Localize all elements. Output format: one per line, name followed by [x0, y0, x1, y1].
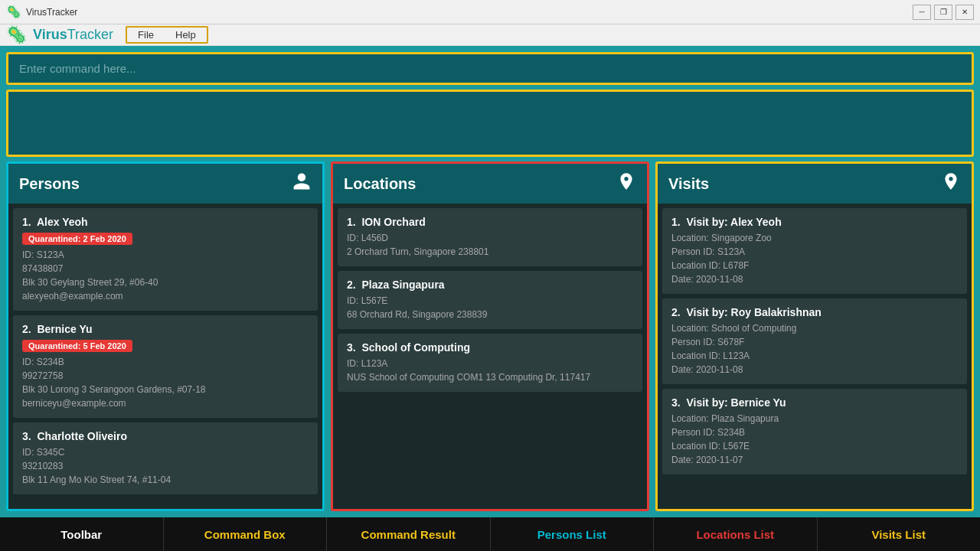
location-1-name: 1. ION Orchard — [347, 216, 633, 228]
title-bar: 🦠 VirusTracker ─ ❐ ✕ — [0, 0, 980, 24]
title-bar-label: VirusTracker — [26, 7, 77, 18]
status-visits-list: Visits List — [818, 517, 981, 551]
title-bar-controls: ─ ❐ ✕ — [913, 5, 974, 20]
status-toolbar: Toolbar — [0, 517, 164, 551]
columns-section: Persons 1. Alex Yeoh Quarantined: 2 Feb … — [6, 161, 974, 511]
command-result-wrapper — [6, 90, 974, 157]
app-logo: 🦠 VirusTracker — [6, 25, 113, 45]
locations-icon — [616, 171, 636, 196]
visit-2-detail: Location: School of Computing Person ID:… — [671, 321, 958, 377]
command-input[interactable] — [8, 54, 972, 83]
person-2-detail: ID: S234B 99272758 Blk 30 Lorong 3 Seran… — [22, 355, 309, 410]
menu-buttons: File Help — [126, 26, 208, 44]
person-3-name: 3. Charlotte Oliveiro — [22, 430, 309, 442]
file-menu[interactable]: File — [127, 28, 165, 42]
visit-3-label: 3. Visit by: Bernice Yu — [671, 396, 958, 409]
persons-list: 1. Alex Yeoh Quarantined: 2 Feb 2020 ID:… — [8, 204, 322, 509]
location-card-2: 2. Plaza Singapura ID: L567E 68 Orchard … — [338, 271, 642, 329]
visit-1-label: 1. Visit by: Alex Yeoh — [671, 216, 958, 228]
title-bar-left: 🦠 VirusTracker — [6, 5, 77, 19]
locations-panel: Locations 1. ION Orchard ID: L456D 2 Orc… — [331, 161, 649, 511]
visits-header: Visits — [658, 164, 972, 204]
persons-title: Persons — [19, 175, 80, 193]
status-command-box: Command Box — [164, 517, 328, 551]
location-1-detail: ID: L456D 2 Orchard Turn, Singapore 2388… — [347, 231, 633, 259]
visits-icon — [941, 171, 961, 196]
app-icon: 🦠 — [6, 5, 21, 19]
visit-1-detail: Location: Singapore Zoo Person ID: S123A… — [671, 231, 958, 286]
visit-card-3: 3. Visit by: Bernice Yu Location: Plaza … — [662, 389, 967, 474]
visit-card-2: 2. Visit by: Roy Balakrishnan Location: … — [662, 298, 967, 384]
person-1-detail: ID: S123A 87438807 Blk 30 Geylang Street… — [22, 248, 309, 303]
person-2-name: 2. Bernice Yu — [22, 323, 309, 335]
visit-3-detail: Location: Plaza Singapura Person ID: S23… — [671, 412, 958, 467]
locations-title: Locations — [344, 175, 416, 193]
command-result-box — [8, 92, 972, 155]
locations-list: 1. ION Orchard ID: L456D 2 Orchard Turn,… — [333, 204, 647, 509]
persons-icon — [292, 171, 312, 196]
menu-bar: 🦠 VirusTracker File Help — [0, 24, 980, 46]
command-box-wrapper — [6, 52, 974, 85]
app-title: VirusTracker — [33, 27, 113, 43]
app-logo-icon: 🦠 — [6, 25, 27, 45]
location-2-detail: ID: L567E 68 Orchard Rd, Singapore 23883… — [347, 294, 633, 321]
status-bar: Toolbar Command Box Command Result Perso… — [0, 517, 980, 551]
help-menu[interactable]: Help — [165, 28, 207, 42]
app-title-virus: Virus — [33, 27, 67, 42]
location-card-3: 3. School of Computing ID: L123A NUS Sch… — [338, 334, 642, 392]
person-card-2: 2. Bernice Yu Quarantined: 5 Feb 2020 ID… — [13, 315, 318, 418]
visit-card-1: 1. Visit by: Alex Yeoh Location: Singapo… — [662, 208, 967, 294]
person-card-3: 3. Charlotte Oliveiro ID: S345C 93210283… — [13, 422, 318, 494]
person-3-detail: ID: S345C 93210283 Blk 11 Ang Mo Kio Str… — [22, 445, 309, 487]
visits-list: 1. Visit by: Alex Yeoh Location: Singapo… — [658, 204, 972, 509]
person-2-quarantine: Quarantined: 5 Feb 2020 — [22, 340, 132, 352]
status-locations-list: Locations List — [654, 517, 818, 551]
app-title-tracker: Tracker — [67, 27, 113, 42]
location-2-name: 2. Plaza Singapura — [347, 279, 633, 291]
visit-2-label: 2. Visit by: Roy Balakrishnan — [671, 306, 958, 318]
persons-panel: Persons 1. Alex Yeoh Quarantined: 2 Feb … — [6, 161, 325, 511]
visits-panel: Visits 1. Visit by: Alex Yeoh Location: … — [655, 161, 974, 511]
restore-button[interactable]: ❐ — [934, 5, 952, 20]
minimize-button[interactable]: ─ — [913, 5, 931, 20]
persons-header: Persons — [8, 164, 322, 204]
locations-header: Locations — [333, 164, 647, 204]
person-1-name: 1. Alex Yeoh — [22, 216, 309, 228]
status-persons-list: Persons List — [491, 517, 655, 551]
location-3-detail: ID: L123A NUS School of Computing COM1 1… — [347, 357, 633, 384]
person-card-1: 1. Alex Yeoh Quarantined: 2 Feb 2020 ID:… — [13, 208, 318, 311]
close-button[interactable]: ✕ — [956, 5, 974, 20]
person-1-quarantine: Quarantined: 2 Feb 2020 — [22, 233, 132, 245]
location-card-1: 1. ION Orchard ID: L456D 2 Orchard Turn,… — [338, 208, 642, 266]
location-3-name: 3. School of Computing — [347, 341, 633, 354]
status-command-result: Command Result — [327, 517, 491, 551]
main-content: Persons 1. Alex Yeoh Quarantined: 2 Feb … — [0, 46, 980, 517]
visits-title: Visits — [668, 175, 709, 193]
